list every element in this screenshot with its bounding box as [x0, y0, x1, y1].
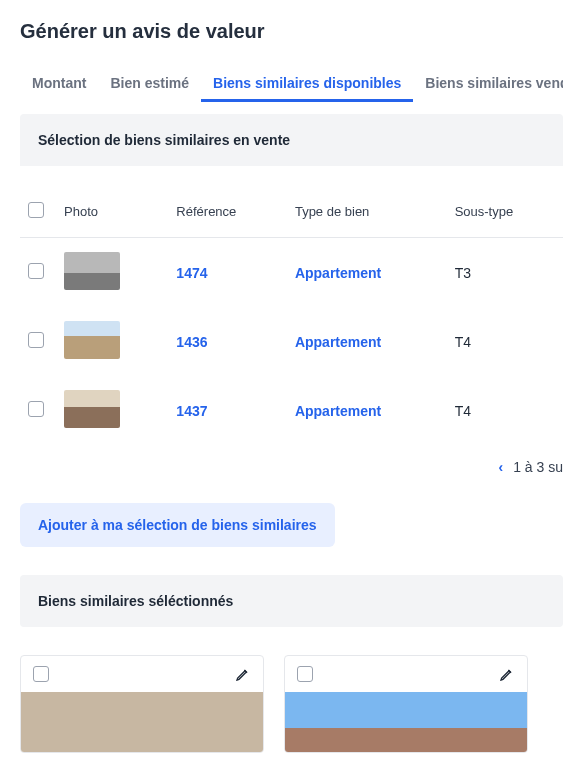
- subtype-cell: T4: [447, 376, 563, 445]
- property-thumbnail[interactable]: [64, 390, 120, 428]
- subtype-cell: T4: [447, 307, 563, 376]
- table-row: 1437 Appartement T4: [20, 376, 563, 445]
- type-link[interactable]: Appartement: [287, 376, 447, 445]
- row-checkbox[interactable]: [28, 263, 44, 279]
- col-photo: Photo: [56, 194, 168, 238]
- edit-icon[interactable]: [499, 666, 515, 682]
- card-image: [21, 692, 263, 752]
- selected-cards: [20, 655, 563, 753]
- edit-icon[interactable]: [235, 666, 251, 682]
- selected-card: [20, 655, 264, 753]
- section-title-selected: Biens similaires séléctionnés: [20, 575, 563, 627]
- tab-bien-estime[interactable]: Bien estimé: [98, 67, 201, 102]
- add-to-selection-button[interactable]: Ajouter à ma sélection de biens similair…: [20, 503, 335, 547]
- tab-montant[interactable]: Montant: [20, 67, 98, 102]
- select-all-checkbox[interactable]: [28, 202, 44, 218]
- tabs: Montant Bien estimé Biens similaires dis…: [20, 67, 563, 102]
- type-link[interactable]: Appartement: [287, 307, 447, 376]
- col-reference: Référence: [168, 194, 287, 238]
- table-row: 1474 Appartement T3: [20, 238, 563, 308]
- selected-card: [284, 655, 528, 753]
- chevron-left-icon[interactable]: ‹: [499, 459, 504, 475]
- property-thumbnail[interactable]: [64, 252, 120, 290]
- page-title: Générer un avis de valeur: [20, 20, 563, 43]
- col-subtype: Sous-type: [447, 194, 563, 238]
- tab-biens-similaires-disponibles[interactable]: Biens similaires disponibles: [201, 67, 413, 102]
- row-checkbox[interactable]: [28, 332, 44, 348]
- reference-link[interactable]: 1437: [168, 376, 287, 445]
- card-checkbox[interactable]: [297, 666, 313, 682]
- subtype-cell: T3: [447, 238, 563, 308]
- table-row: 1436 Appartement T4: [20, 307, 563, 376]
- card-image: [285, 692, 527, 752]
- pagination: ‹ 1 à 3 su: [20, 459, 563, 475]
- card-checkbox[interactable]: [33, 666, 49, 682]
- type-link[interactable]: Appartement: [287, 238, 447, 308]
- reference-link[interactable]: 1474: [168, 238, 287, 308]
- property-thumbnail[interactable]: [64, 321, 120, 359]
- tab-biens-similaires-vendus[interactable]: Biens similaires vendus: [413, 67, 563, 102]
- row-checkbox[interactable]: [28, 401, 44, 417]
- pagination-text: 1 à 3 su: [513, 459, 563, 475]
- reference-link[interactable]: 1436: [168, 307, 287, 376]
- section-title-sale: Sélection de biens similaires en vente: [20, 114, 563, 166]
- similar-properties-table: Photo Référence Type de bien Sous-type 1…: [20, 194, 563, 445]
- col-type: Type de bien: [287, 194, 447, 238]
